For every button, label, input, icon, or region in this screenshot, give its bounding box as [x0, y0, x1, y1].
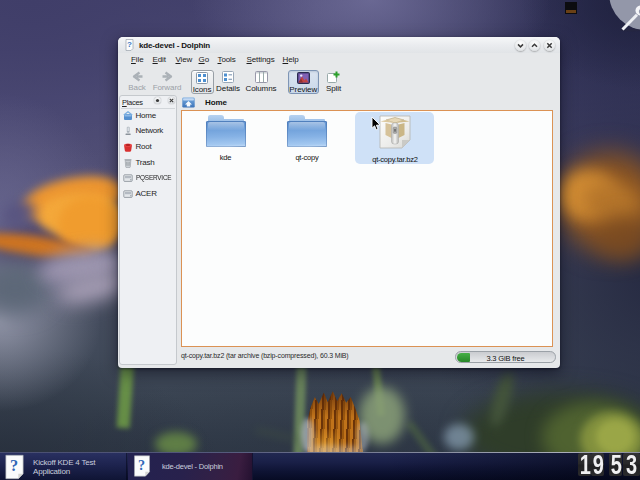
svg-text:?: ? — [138, 457, 145, 473]
svg-text:?: ? — [127, 40, 132, 49]
svg-text:?: ? — [10, 456, 18, 475]
